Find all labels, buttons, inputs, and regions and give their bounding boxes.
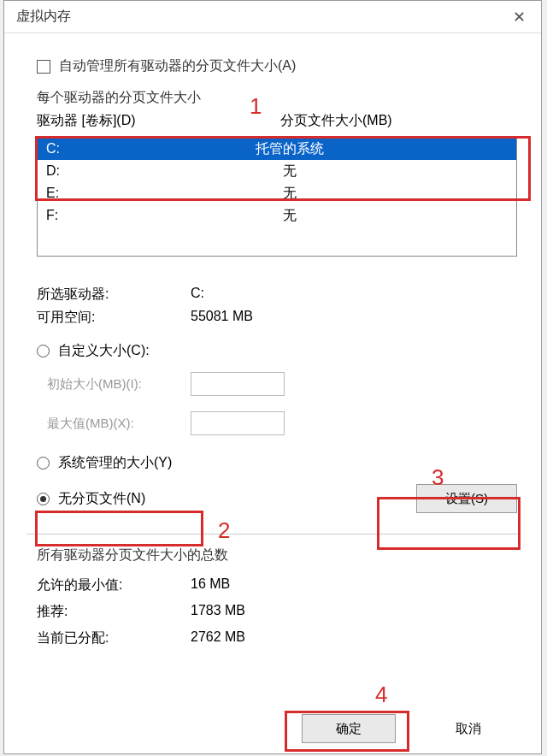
each-drive-label: 每个驱动器的分页文件大小 bbox=[37, 89, 517, 107]
initial-size-label: 初始大小(MB)(I): bbox=[47, 376, 191, 393]
set-button[interactable]: 设置(S) bbox=[416, 484, 517, 513]
drive-letter: C: bbox=[38, 141, 63, 157]
header-drive: 驱动器 [卷标](D) bbox=[37, 112, 280, 130]
radio-no-paging[interactable]: 无分页文件(N) bbox=[37, 490, 145, 508]
initial-size-input bbox=[191, 372, 285, 396]
virtual-memory-dialog: 虚拟内存 ✕ 自动管理所有驱动器的分页文件大小(A) 每个驱动器的分页文件大小 … bbox=[3, 0, 542, 754]
radio-custom-label: 自定义大小(C): bbox=[58, 342, 150, 360]
selected-drive-label: 所选驱动器: bbox=[37, 286, 191, 304]
free-space-row: 可用空间: 55081 MB bbox=[37, 309, 517, 327]
initial-size-row: 初始大小(MB)(I): bbox=[47, 372, 517, 396]
radio-icon bbox=[37, 457, 50, 470]
current-label: 当前已分配: bbox=[37, 629, 191, 647]
min-allowed-label: 允许的最小值: bbox=[37, 576, 191, 594]
radio-icon bbox=[37, 345, 50, 357]
drive-row-c[interactable]: C: 托管的系统 bbox=[38, 138, 516, 160]
radio-system-managed[interactable]: 系统管理的大小(Y) bbox=[37, 454, 517, 472]
auto-manage-checkbox-row[interactable]: 自动管理所有驱动器的分页文件大小(A) bbox=[37, 57, 517, 75]
drive-list-header: 驱动器 [卷标](D) 分页文件大小(MB) bbox=[37, 112, 517, 130]
drive-value: 托管的系统 bbox=[63, 140, 516, 158]
drive-value: 无 bbox=[63, 162, 516, 180]
radio-system-label: 系统管理的大小(Y) bbox=[58, 454, 172, 472]
selected-drive-value: C: bbox=[191, 286, 204, 304]
free-space-label: 可用空间: bbox=[37, 309, 191, 327]
free-space-value: 55081 MB bbox=[191, 309, 253, 327]
recommended-row: 推荐: 1783 MB bbox=[37, 603, 517, 621]
window-title: 虚拟内存 bbox=[16, 8, 500, 26]
header-size: 分页文件大小(MB) bbox=[280, 112, 392, 130]
drive-list[interactable]: C: 托管的系统 D: 无 E: 无 F: 无 bbox=[37, 137, 517, 257]
drive-letter: E: bbox=[38, 186, 63, 201]
radio-custom-size[interactable]: 自定义大小(C): bbox=[37, 342, 517, 360]
current-row: 当前已分配: 2762 MB bbox=[37, 629, 517, 647]
client-area: 自动管理所有驱动器的分页文件大小(A) 每个驱动器的分页文件大小 驱动器 [卷标… bbox=[4, 33, 541, 647]
recommended-label: 推荐: bbox=[37, 603, 191, 621]
max-size-label: 最大值(MB)(X): bbox=[47, 416, 191, 432]
min-allowed-value: 16 MB bbox=[191, 576, 230, 594]
max-size-row: 最大值(MB)(X): bbox=[47, 411, 517, 435]
drive-value: 无 bbox=[63, 185, 516, 203]
drive-row-f[interactable]: F: 无 bbox=[38, 204, 516, 227]
drive-letter: D: bbox=[38, 163, 63, 179]
min-allowed-row: 允许的最小值: 16 MB bbox=[37, 576, 517, 594]
footer-buttons: 确定 取消 bbox=[302, 714, 515, 743]
close-icon[interactable]: ✕ bbox=[500, 3, 538, 31]
auto-manage-checkbox[interactable] bbox=[37, 60, 50, 74]
selected-drive-row: 所选驱动器: C: bbox=[37, 286, 517, 304]
auto-manage-label: 自动管理所有驱动器的分页文件大小(A) bbox=[59, 57, 296, 75]
ok-button[interactable]: 确定 bbox=[302, 714, 396, 743]
drive-value: 无 bbox=[63, 207, 516, 225]
drive-row-d[interactable]: D: 无 bbox=[38, 160, 516, 182]
recommended-value: 1783 MB bbox=[191, 603, 245, 621]
max-size-input bbox=[191, 411, 285, 435]
annotation-number-4: 4 bbox=[375, 682, 387, 708]
radio-none-label: 无分页文件(N) bbox=[58, 490, 145, 508]
drive-row-e[interactable]: E: 无 bbox=[38, 182, 516, 204]
cancel-button[interactable]: 取消 bbox=[421, 714, 515, 743]
current-value: 2762 MB bbox=[191, 629, 245, 647]
drive-letter: F: bbox=[38, 208, 63, 223]
divider bbox=[26, 534, 521, 535]
titlebar: 虚拟内存 ✕ bbox=[4, 1, 541, 33]
totals-header: 所有驱动器分页文件大小的总数 bbox=[37, 546, 517, 564]
radio-icon bbox=[37, 493, 50, 505]
